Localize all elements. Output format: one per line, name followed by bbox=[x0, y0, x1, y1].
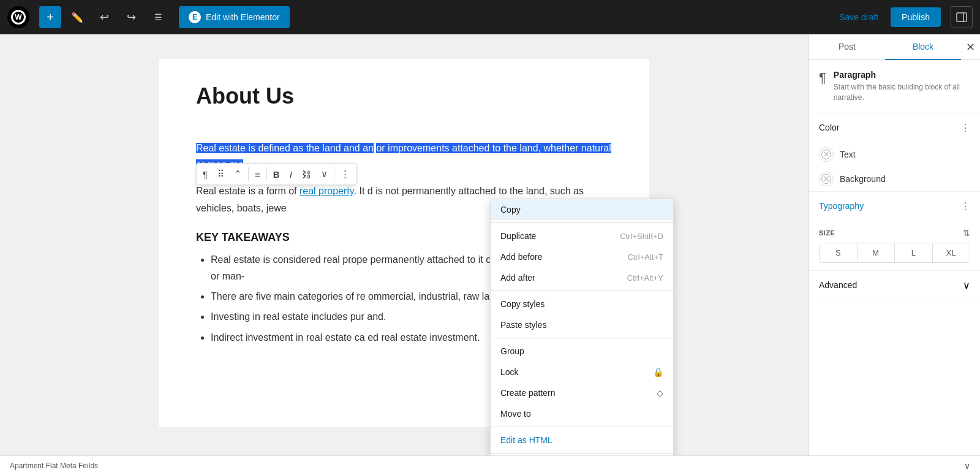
ctx-group[interactable]: Group bbox=[491, 341, 673, 362]
top-toolbar: W + ✏️ ↩ ↪ ☰ E Edit with Elementor Save … bbox=[0, 0, 980, 34]
color-more-options-button[interactable]: ⋮ bbox=[960, 122, 970, 134]
typography-more-options-button[interactable]: ⋮ bbox=[960, 200, 970, 212]
paragraph-block-icon: ¶ bbox=[819, 70, 826, 86]
ctx-add-before[interactable]: Add before Ctrl+Alt+T bbox=[491, 246, 673, 267]
typography-content: SIZE ⇅ S M L XL bbox=[809, 221, 980, 270]
main-layout: About Us ¶ ⠿ ⌃ ≡ B bbox=[0, 34, 980, 455]
ctx-add-after[interactable]: Add after Ctrl+Alt+Y bbox=[491, 267, 673, 288]
three-dots-icon-2: ⋮ bbox=[960, 200, 970, 212]
background-color-option[interactable]: Background bbox=[809, 167, 980, 191]
close-icon: ✕ bbox=[966, 40, 975, 54]
color-section-header[interactable]: Color ⋮ bbox=[809, 113, 980, 142]
right-sidebar: Post Block ✕ ¶ Paragraph Start with the … bbox=[809, 34, 980, 455]
italic-button[interactable]: I bbox=[285, 165, 297, 183]
ctx-sep-4 bbox=[491, 427, 673, 427]
toolbar-separator-2 bbox=[266, 167, 267, 181]
size-m-button[interactable]: M bbox=[858, 243, 895, 262]
pattern-icon: ◇ bbox=[657, 388, 663, 398]
size-l-button[interactable]: L bbox=[895, 243, 933, 262]
svg-rect-0 bbox=[957, 13, 967, 21]
ctx-sep-5 bbox=[491, 453, 673, 454]
bottom-bar: Apartment Flat Meta Feilds ∨ bbox=[0, 455, 980, 475]
bold-button[interactable]: B bbox=[268, 165, 285, 183]
ctx-lock[interactable]: Lock 🔒 bbox=[491, 362, 673, 382]
bottom-bar-chevron-icon: ∨ bbox=[964, 461, 970, 471]
add-block-button[interactable]: + bbox=[39, 6, 61, 28]
block-info-desc: Start with the basic building block of a… bbox=[834, 82, 970, 103]
more-rich-text-button[interactable]: ∨ bbox=[316, 165, 333, 183]
toolbar-separator-3 bbox=[334, 167, 334, 181]
ctx-sep-2 bbox=[491, 291, 673, 291]
block-toolbar: ¶ ⠿ ⌃ ≡ B I ⛓ bbox=[196, 163, 356, 185]
real-property-link[interactable]: real property bbox=[300, 186, 354, 196]
sidebar-tabs: Post Block bbox=[809, 34, 961, 59]
bottom-bar-text: Apartment Flat Meta Feilds bbox=[10, 462, 964, 470]
redo-button[interactable]: ↪ bbox=[120, 6, 142, 28]
undo-button[interactable]: ↩ bbox=[93, 6, 115, 28]
adjust-icon: ⇅ bbox=[963, 228, 970, 238]
size-s-button[interactable]: S bbox=[820, 243, 858, 262]
sidebar-icon bbox=[956, 11, 968, 23]
ctx-move-to[interactable]: Move to bbox=[491, 403, 673, 424]
align-button[interactable]: ≡ bbox=[250, 165, 265, 183]
text-color-option[interactable]: Text bbox=[809, 142, 980, 167]
typography-section-header[interactable]: Typography ⋮ bbox=[809, 192, 980, 221]
sidebar-toggle-button[interactable] bbox=[951, 6, 973, 28]
ctx-duplicate[interactable]: Duplicate Ctrl+Shift+D bbox=[491, 226, 673, 246]
wordpress-logo: W bbox=[7, 6, 29, 28]
block-info-title: Paragraph bbox=[834, 70, 970, 80]
elementor-icon: E bbox=[189, 11, 201, 23]
ctx-sep-3 bbox=[491, 338, 673, 338]
three-dots-icon: ⋮ bbox=[960, 122, 970, 134]
edit-elementor-button[interactable]: E Edit with Elementor bbox=[179, 6, 290, 28]
tab-post[interactable]: Post bbox=[809, 34, 885, 60]
paragraph-type-button[interactable]: ¶ bbox=[198, 165, 213, 183]
more-options-button[interactable]: ⋮ bbox=[336, 165, 355, 183]
chevron-down-icon: ∨ bbox=[963, 279, 970, 291]
size-xl-button[interactable]: XL bbox=[933, 243, 970, 262]
close-sidebar-button[interactable]: ✕ bbox=[961, 36, 980, 59]
ctx-sep-1 bbox=[491, 222, 673, 223]
publish-button[interactable]: Publish bbox=[891, 7, 941, 27]
text-color-circle[interactable] bbox=[819, 147, 834, 162]
ctx-copy-styles[interactable]: Copy styles bbox=[491, 294, 673, 314]
save-draft-button[interactable]: Save draft bbox=[832, 9, 886, 26]
advanced-section-header[interactable]: Advanced ∨ bbox=[809, 271, 980, 300]
page-title: About Us bbox=[196, 83, 612, 109]
size-options: S M L XL bbox=[819, 243, 970, 263]
tab-block[interactable]: Block bbox=[885, 34, 961, 60]
context-menu: Copy Duplicate Ctrl+Shift+D Add before C… bbox=[490, 199, 674, 455]
tools-button[interactable]: ✏️ bbox=[66, 6, 88, 28]
ctx-paste-styles[interactable]: Paste styles bbox=[491, 314, 673, 335]
advanced-section: Advanced ∨ bbox=[809, 271, 980, 300]
editor-content: About Us ¶ ⠿ ⌃ ≡ B bbox=[159, 59, 649, 427]
sidebar-tabs-row: Post Block ✕ bbox=[809, 34, 980, 60]
link-button[interactable]: ⛓ bbox=[297, 165, 316, 183]
ctx-copy[interactable]: Copy bbox=[491, 199, 673, 220]
editor-area[interactable]: About Us ¶ ⠿ ⌃ ≡ B bbox=[0, 34, 809, 455]
background-color-circle[interactable] bbox=[819, 172, 834, 186]
typography-section: Typography ⋮ SIZE ⇅ S M L bbox=[809, 192, 980, 271]
toolbar-separator-1 bbox=[248, 167, 249, 181]
ctx-edit-html[interactable]: Edit as HTML bbox=[491, 430, 673, 450]
selected-text-start: Real estate is defined as the land and a… bbox=[196, 143, 374, 153]
color-section: Color ⋮ Text Background bbox=[809, 113, 980, 192]
move-up-down-button[interactable]: ⌃ bbox=[229, 165, 247, 183]
ctx-create-pattern[interactable]: Create pattern ◇ bbox=[491, 382, 673, 403]
block-nav-button[interactable]: ☰ bbox=[147, 6, 169, 28]
block-info: ¶ Paragraph Start with the basic buildin… bbox=[809, 60, 980, 113]
size-adjust-button[interactable]: ⇅ bbox=[963, 228, 970, 238]
drag-handle-button[interactable]: ⠿ bbox=[213, 165, 229, 183]
lock-icon: 🔒 bbox=[653, 367, 663, 377]
